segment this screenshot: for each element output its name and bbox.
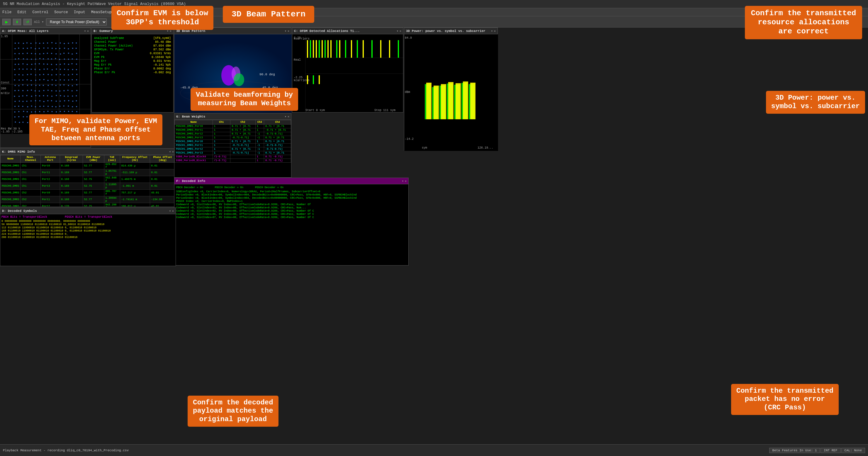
svg-point-166 xyxy=(56,74,57,75)
svg-text:Real: Real xyxy=(294,58,301,62)
svg-point-131 xyxy=(48,58,49,60)
svg-rect-279 xyxy=(316,40,317,58)
panel-summary: B: Summary ▾ ✕ Analyzed Subframe[Sf0,sym… xyxy=(91,28,174,112)
panel-close-btn[interactable]: ✕ xyxy=(87,29,89,33)
svg-point-228 xyxy=(71,63,73,64)
svg-point-196 xyxy=(64,63,65,64)
svg-point-1 xyxy=(14,48,16,49)
bw-close-btn[interactable]: ✕ xyxy=(287,115,289,119)
svg-point-200 xyxy=(63,85,64,86)
bits-row: 168 01100010 11000010 01100010 01100010 … xyxy=(1,229,175,232)
beam-pin-btn[interactable]: ▾ xyxy=(285,29,286,33)
svg-point-44 xyxy=(22,106,24,107)
menu-meassetup[interactable]: MeasSetup xyxy=(91,10,112,14)
svg-point-231 xyxy=(72,79,73,80)
svg-point-48 xyxy=(26,42,28,44)
svg-rect-280 xyxy=(319,40,320,58)
svg-point-204 xyxy=(63,105,64,107)
svg-point-138 xyxy=(47,95,48,96)
panel-decoded-symbols-header: D: Decoded Symbols ▾ ✕ xyxy=(0,208,176,214)
svg-rect-296 xyxy=(313,75,314,84)
bw-pin-btn[interactable]: ▾ xyxy=(285,115,286,119)
svg-point-76 xyxy=(31,105,32,107)
di-pin-btn[interactable]: ▾ xyxy=(402,180,404,183)
svg-point-199 xyxy=(64,79,65,80)
ds-pin-btn[interactable]: ▾ xyxy=(169,209,171,213)
beam-row: PDSCH0_DMRS_Port210.71 + j0.71-1-0.71-0.… xyxy=(175,132,291,136)
svg-point-224 xyxy=(72,42,73,43)
play-button[interactable]: ▶ xyxy=(2,19,10,25)
svg-point-88 xyxy=(35,85,36,86)
svg-point-42 xyxy=(22,95,24,96)
svg-point-148 xyxy=(51,64,52,65)
dmrs-pin-btn[interactable]: ▾ xyxy=(169,150,171,154)
menu-edit[interactable]: Edit xyxy=(17,10,26,14)
power3d-pin-btn[interactable]: ▾ xyxy=(491,29,493,33)
menu-source[interactable]: Source xyxy=(54,10,68,14)
alloc-pin-btn[interactable]: ▾ xyxy=(397,29,398,33)
menu-input[interactable]: Input xyxy=(74,10,85,14)
pdsch-line: Codeword =0, SlotIndex=02, RV Index=00, … xyxy=(176,209,407,213)
svg-point-58 xyxy=(26,95,28,96)
svg-point-90 xyxy=(35,95,36,96)
svg-text:90.0 deg: 90.0 deg xyxy=(259,73,275,76)
svg-point-186 xyxy=(60,95,61,96)
ds-close-btn[interactable]: ✕ xyxy=(172,209,174,213)
menu-control[interactable]: Control xyxy=(32,10,49,14)
dmrs-row: PDSCH0_DMRSCh2Port10.16852.771.39594 p-1… xyxy=(1,196,176,203)
main-content: A: OFDM Meas: All Layers ▾ ✕ 1.95 Const … xyxy=(0,28,868,444)
alloc-close-btn[interactable]: ✕ xyxy=(400,29,401,33)
panel-pin-btn[interactable]: ▾ xyxy=(84,29,86,33)
power3d-close-btn[interactable]: ✕ xyxy=(494,29,496,33)
panel-3d-power: 3D Power: power vs. symbol vs. subcarrie… xyxy=(404,28,498,151)
dmrs-scroll[interactable]: NameMeas. ChannelAntenna PortDespread (%… xyxy=(0,155,176,206)
svg-point-65 xyxy=(30,47,32,48)
svg-text:kcarriers: kcarriers xyxy=(294,37,310,40)
svg-point-137 xyxy=(48,90,49,91)
svg-point-33 xyxy=(23,48,24,49)
svg-point-102 xyxy=(39,74,40,75)
svg-point-165 xyxy=(56,69,57,70)
svg-point-28 xyxy=(18,105,19,107)
svg-point-125 xyxy=(43,111,44,112)
range-dropdown[interactable]: Range To Peak Power (Default) xyxy=(46,19,107,26)
beam-weights-table: NameCh1Ch2Ch3Ch4PDSCH0_DMRS_Port010.71 +… xyxy=(175,120,291,163)
menu-file[interactable]: File xyxy=(2,10,11,14)
svg-point-87 xyxy=(35,80,36,81)
svg-rect-281 xyxy=(321,40,323,58)
svg-point-23 xyxy=(19,79,20,80)
dmrs-close-btn[interactable]: ✕ xyxy=(172,150,174,154)
alloc-svg: 2.25 kcarriers Real -2.25 kcarriers xyxy=(292,34,403,112)
svg-point-52 xyxy=(27,64,28,65)
svg-point-173 xyxy=(56,111,57,112)
svg-point-60 xyxy=(27,106,28,107)
stop-button[interactable]: ↺ xyxy=(24,19,32,25)
summary-row: Channel Power85.48 dBm xyxy=(94,40,171,44)
svg-point-249 xyxy=(76,90,78,91)
svg-point-134 xyxy=(48,74,49,75)
svg-point-229 xyxy=(72,69,73,70)
svg-rect-289 xyxy=(357,40,358,58)
beam-close-btn[interactable]: ✕ xyxy=(287,29,289,33)
beam-scroll[interactable]: NameCh1Ch2Ch3Ch4PDSCH0_DMRS_Port010.71 +… xyxy=(175,120,291,177)
svg-point-128 xyxy=(47,42,48,44)
di-close-btn[interactable]: ✕ xyxy=(405,180,407,183)
panel-decoded-info-title: F: Decoded Info xyxy=(176,180,205,183)
summary-row: EVM0.03381 %rms xyxy=(94,52,171,55)
pdsch-line: Codeword =0, SlotIndex=07, RV Index=00, … xyxy=(176,216,407,219)
svg-point-34 xyxy=(22,53,24,54)
svg-point-22 xyxy=(19,74,20,75)
beam-row: PDSCH1_DMRS_Port31-0.71-0.71j-10.71 + j0… xyxy=(175,151,291,155)
svg-point-9 xyxy=(14,90,16,91)
ssb-line: PeriodIndex =0, BlockIndex=00, SymbolInd… xyxy=(176,193,407,196)
svg-point-68 xyxy=(31,64,32,65)
panel-beam-weights-header: G: Beam Weights ▾ ✕ xyxy=(175,113,291,120)
bits-row: 0 00000000 00000000 00000000 00000000_ 0… xyxy=(1,220,175,223)
svg-point-7 xyxy=(14,79,15,80)
pause-button[interactable]: ⏸ xyxy=(13,19,21,25)
svg-point-178 xyxy=(60,53,61,55)
svg-point-201 xyxy=(63,90,64,91)
svg-point-251 xyxy=(76,100,77,101)
annotation-beamform: Validate beamforming bymeasuring Beam We… xyxy=(190,88,298,111)
svg-point-74 xyxy=(31,96,32,97)
